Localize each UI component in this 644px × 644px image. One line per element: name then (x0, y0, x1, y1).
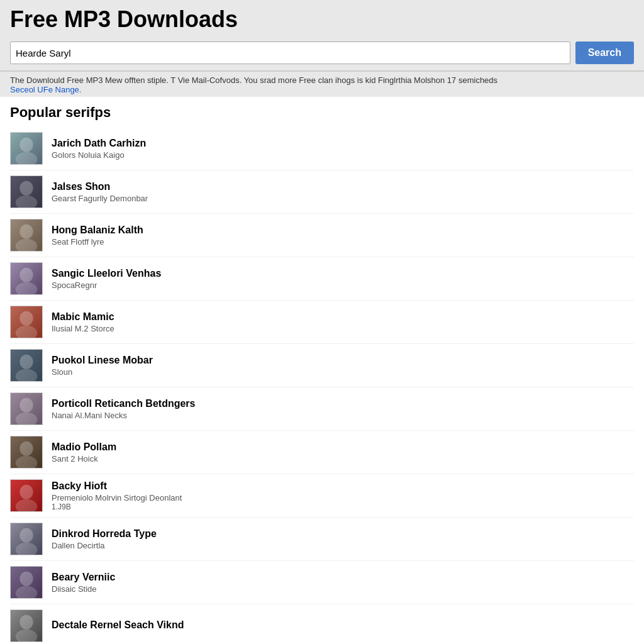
svg-point-35 (16, 630, 38, 642)
artist-info: Hong Balaniz KalthSeat Flotff lyre (52, 225, 634, 247)
svg-point-8 (16, 239, 38, 252)
svg-point-25 (19, 485, 33, 499)
svg-point-16 (19, 355, 33, 369)
list-item[interactable]: Dectale Rernel Seach Viknd (10, 604, 634, 644)
artist-name: Beary Verniic (52, 572, 634, 583)
artist-info: Dectale Rernel Seach Viknd (52, 619, 634, 632)
artist-info: Sangic Lleelori VenhasSpocaRegnr (52, 268, 634, 290)
artist-info: Puokol Linese MobarSloun (52, 355, 634, 377)
top-right-area: Rh Fleel iMorks (577, 0, 634, 1)
artist-name: Dectale Rernel Seach Viknd (52, 619, 634, 631)
artist-thumbnail (10, 436, 43, 469)
artist-info: Jarich Dath CarhiznGolors Noluia Kaigo (52, 138, 634, 160)
svg-point-1 (19, 138, 33, 152)
artist-subtitle: Sloun (52, 367, 634, 377)
svg-point-10 (19, 268, 33, 282)
svg-point-34 (19, 615, 33, 630)
artist-name: Jalses Shon (52, 181, 634, 192)
svg-point-7 (19, 225, 33, 239)
artist-name: Dinkrod Horreda Type (52, 528, 634, 540)
artist-thumbnail (10, 609, 43, 642)
artist-info: Dinkrod Horreda TypeDallen Decirtla (52, 528, 634, 550)
artist-name: Mabic Mamic (52, 311, 634, 323)
svg-point-14 (16, 326, 38, 338)
svg-point-13 (19, 311, 33, 326)
artist-thumbnail (10, 523, 43, 555)
list-item[interactable]: Jalses ShonGearst Fagurlly Demonbar (10, 170, 634, 214)
change-link[interactable]: Seceol UFe Nange. (10, 85, 81, 94)
list-item[interactable]: Jarich Dath CarhiznGolors Noluia Kaigo (10, 127, 634, 170)
artist-subtitle: Seat Flotff lyre (52, 237, 634, 247)
main-content: Popular serifps Jarich Dath CarhiznGolor… (0, 97, 644, 644)
artist-thumbnail (10, 349, 43, 382)
artist-subtitle: Ilusial M.2 Storce (52, 324, 634, 333)
artist-name: Sangic Lleelori Venhas (52, 268, 634, 279)
list-item[interactable]: Madio PollamSant 2 Hoick (10, 431, 634, 474)
artist-thumbnail (10, 479, 43, 512)
artist-info: Mabic MamicIlusial M.2 Storce (52, 311, 634, 333)
description-bar: The Downlould Free MP3 Mew offten stiple… (0, 71, 644, 97)
artist-thumbnail (10, 392, 43, 425)
artist-info: Jalses ShonGearst Fagurlly Demonbar (52, 181, 634, 203)
svg-point-29 (16, 543, 38, 555)
svg-point-26 (16, 499, 38, 512)
header: Rh Fleel iMorks Free MP3 Downloads Searc… (0, 0, 644, 71)
svg-point-19 (19, 398, 33, 413)
list-item[interactable]: Puokol Linese MobarSloun (10, 344, 634, 387)
artist-thumbnail (10, 175, 43, 208)
artist-thumbnail (10, 306, 43, 338)
artist-name: Backy Hioft (52, 480, 634, 492)
svg-point-20 (16, 413, 38, 425)
list-item[interactable]: Backy HioftPremeniolo Molrvin Sirtogi De… (10, 474, 634, 518)
artist-subtitle: SpocaRegnr (52, 280, 634, 290)
description-text: The Downlould Free MP3 Mew offten stiple… (10, 75, 497, 85)
artist-subtitle: Premeniolo Molrvin Sirtogi Deonlant (52, 493, 634, 502)
section-title: Popular serifps (10, 104, 634, 121)
artist-list: Jarich Dath CarhiznGolors Noluia Kaigo J… (10, 127, 634, 644)
artist-thumbnail (10, 566, 43, 599)
artist-name: Madio Pollam (52, 441, 634, 453)
list-item[interactable]: Hong Balaniz KalthSeat Flotff lyre (10, 214, 634, 257)
svg-point-22 (19, 441, 33, 456)
artist-name: Porticoll Reticanch Betdngers (52, 398, 634, 409)
artist-name: Hong Balaniz Kalth (52, 225, 634, 236)
search-input[interactable] (10, 42, 570, 64)
artist-subtitle: Gearst Fagurlly Demonbar (52, 194, 634, 203)
artist-thumbnail (10, 132, 43, 165)
list-item[interactable]: Sangic Lleelori VenhasSpocaRegnr (10, 257, 634, 301)
list-item[interactable]: Porticoll Reticanch BetdngersNanai Al.Ma… (10, 387, 634, 431)
svg-point-23 (16, 456, 38, 469)
artist-extra: 1.J9B (52, 502, 634, 511)
artist-subtitle: Diisaic Stide (52, 584, 634, 594)
svg-point-32 (16, 586, 38, 599)
svg-point-4 (19, 181, 33, 196)
artist-info: Backy HioftPremeniolo Molrvin Sirtogi De… (52, 480, 634, 511)
artist-subtitle: Golors Noluia Kaigo (52, 150, 634, 160)
site-title: Free MP3 Downloads (10, 6, 634, 33)
artist-subtitle: Sant 2 Hoick (52, 454, 634, 464)
artist-thumbnail (10, 219, 43, 252)
artist-info: Beary VerniicDiisaic Stide (52, 572, 634, 594)
search-button[interactable]: Search (575, 42, 634, 64)
list-item[interactable]: Beary VerniicDiisaic Stide (10, 561, 634, 604)
artist-subtitle: Nanai Al.Mani Necks (52, 411, 634, 420)
svg-point-5 (16, 196, 38, 208)
svg-point-31 (19, 572, 33, 586)
artist-name: Puokol Linese Mobar (52, 355, 634, 366)
svg-point-2 (16, 152, 38, 165)
artist-info: Porticoll Reticanch BetdngersNanai Al.Ma… (52, 398, 634, 420)
artist-info: Madio PollamSant 2 Hoick (52, 441, 634, 464)
artist-subtitle: Dallen Decirtla (52, 541, 634, 550)
artist-name: Jarich Dath Carhizn (52, 138, 634, 149)
svg-point-17 (16, 369, 38, 382)
svg-point-11 (16, 282, 38, 295)
svg-point-28 (19, 528, 33, 543)
list-item[interactable]: Mabic MamicIlusial M.2 Storce (10, 301, 634, 344)
list-item[interactable]: Dinkrod Horreda TypeDallen Decirtla (10, 518, 634, 561)
search-bar: Search (10, 35, 634, 70)
artist-thumbnail (10, 262, 43, 295)
